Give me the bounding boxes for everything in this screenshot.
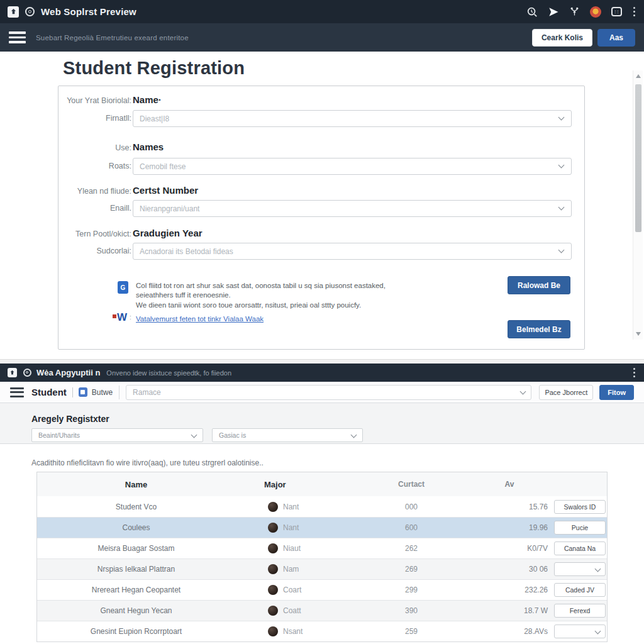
form-section-title: Certst Number (133, 185, 198, 196)
notice-line-1: Col fliitd tot ron art shur sak sast dat… (136, 281, 438, 291)
table-note: Acadithito nfieficlitavn fio wire itivro… (31, 458, 264, 467)
chevron-down-icon (351, 432, 357, 438)
chevron-down-icon (595, 566, 601, 572)
send-icon[interactable] (548, 6, 559, 18)
shield-icon: G (118, 281, 128, 294)
window1-titlebar: Web Soplrst Preview ⸬ (0, 0, 644, 23)
row-button[interactable]: Fitow (599, 385, 634, 400)
scroll-down-icon[interactable] (636, 332, 641, 336)
filter-select-1[interactable]: Beaint/Uharits (31, 428, 203, 442)
header-curtact[interactable]: Curtact (352, 480, 471, 489)
name-field[interactable] (133, 110, 572, 127)
table-row[interactable]: Gneant Hegun Yecan Coatt 390 18.7 W Fere… (37, 600, 607, 621)
form-row-label: Tern Pootl/okict: (64, 230, 131, 238)
home-icon[interactable] (8, 6, 19, 18)
secondary-action-button[interactable]: Ceark Kolis (532, 29, 592, 47)
table-row[interactable]: Meisra Buagar Sostam Niaut 262 K0/7V Can… (37, 538, 607, 558)
form-row-label: Your Yrat Bioriolal: (64, 96, 131, 105)
primary-action-button[interactable]: Aas (597, 29, 635, 47)
row-action-button[interactable]: Ferexd (554, 604, 606, 618)
table-row[interactable]: Nrereart Hegan Ceopantet Coart 299 232.2… (37, 579, 607, 600)
notice-line-3: We dieen tanii wiont soro toue arorsattr… (136, 301, 438, 310)
titlebar-actions: ⸬ (526, 6, 636, 18)
window2-subtitle: Onveno idew isixtuce spieedtk, fo fiiedo… (106, 369, 231, 377)
chevron-down-icon (191, 432, 197, 438)
window2-title: Wėa Apgyuptii n (36, 368, 100, 377)
registration-form-panel: Your Yrat Bioriolal: Name· Firnatll: Use… (58, 86, 585, 350)
table-header-row: Name Major Curtact Av (37, 472, 607, 496)
header-name[interactable]: Name (37, 480, 235, 489)
divider (119, 386, 119, 399)
filter-heading: Aregely Registxter (31, 414, 109, 424)
tabs-icon[interactable]: ⸬ (611, 7, 622, 16)
search-input[interactable] (126, 385, 531, 400)
avatar (268, 543, 278, 553)
row-action-select[interactable] (554, 562, 606, 576)
hamburger-icon[interactable] (9, 29, 26, 46)
submit-button[interactable]: Belmedel Bz (508, 320, 570, 338)
avatar (268, 585, 278, 595)
form-row-label: Use: (64, 143, 131, 152)
divider (72, 387, 73, 397)
form-field-label: Sudcorlai: (64, 247, 131, 255)
navbar-breadcrumb: Suebart Regeolià Emetrutieu exeard enter… (36, 34, 189, 42)
header-major[interactable]: Major (235, 480, 352, 489)
menu-kebab-icon[interactable] (632, 6, 636, 18)
row-action-button[interactable]: Caded JV (554, 583, 606, 597)
home-icon[interactable] (8, 368, 17, 377)
window2-titlebar: Wėa Apgyuptii n Onveno idew isixtuce spi… (0, 364, 644, 382)
red-square-icon (113, 314, 116, 318)
search-clock-icon[interactable] (526, 6, 538, 18)
form-field-label: Firnatll: (64, 114, 131, 123)
header-av[interactable]: Av (471, 480, 549, 489)
page-title: Student Registration (63, 58, 245, 79)
hamburger-icon[interactable] (10, 385, 24, 399)
notice-line-2: seieathhers tuff it erenoesnie. (136, 291, 438, 300)
table-row[interactable]: Student Vco Nant 000 15.76 Swalors ID (37, 496, 607, 517)
row-action-button[interactable]: Swalors ID (554, 500, 606, 514)
email-field[interactable] (133, 200, 572, 217)
apps-label: Butwe (92, 388, 113, 397)
filter-select-2[interactable]: Gasiac is (212, 428, 363, 442)
globe-icon (23, 369, 31, 377)
reload-button[interactable]: Ralowad Be (508, 276, 570, 294)
search-box (126, 385, 531, 400)
avatar (268, 626, 278, 636)
table-row[interactable]: Gnesint Eupion Rcorrptoart Nsant 259 28.… (37, 621, 607, 641)
form-row-label: Ylean nd fliude: (64, 187, 131, 196)
graduation-year-field[interactable] (133, 243, 572, 260)
globe-icon (25, 7, 35, 16)
form-field-label: Roats: (64, 162, 131, 170)
page-correct-button[interactable]: Pace Jborrect (539, 385, 593, 400)
menu-kebab-icon[interactable] (632, 367, 636, 379)
students-table: Name Major Curtact Av Student Vco Nant 0… (36, 472, 608, 642)
form-section-title: Name· (133, 94, 162, 105)
avatar (268, 564, 278, 574)
form-section-title: Names (133, 142, 164, 152)
chevron-down-icon (595, 628, 601, 635)
form-field-label: Enaill. (64, 204, 131, 213)
row-action-select[interactable] (554, 625, 606, 638)
apps-icon[interactable] (79, 387, 87, 397)
scroll-up-icon[interactable] (636, 74, 641, 78)
window-gap (0, 359, 644, 364)
names-field[interactable] (133, 158, 572, 175)
avatar (268, 502, 278, 512)
avatar (268, 606, 278, 616)
row-action-button[interactable]: Canata Na (554, 541, 606, 555)
scrollbar-vertical[interactable] (633, 70, 643, 340)
filter-section: Aregely Registxter Beaint/Uharits Gasiac… (0, 403, 644, 444)
notice-link[interactable]: Vatalvemurst feten tot tinkr Vialaa Waak (136, 315, 264, 323)
table-row[interactable]: Nrspias Ielkaal Plattran Nam 269 30 06 (37, 558, 607, 579)
form-section-title: Gradugien Year (133, 228, 203, 238)
window2-toolbar: Student Butwe Pace Jborrect Fitow (0, 382, 644, 403)
avatar (268, 523, 278, 533)
window1-navbar: Suebart Regeolià Emetrutieu exeard enter… (0, 23, 644, 52)
profile-avatar[interactable] (590, 6, 601, 18)
share-icon[interactable] (569, 6, 580, 17)
brand-label: Student (31, 387, 67, 397)
row-action-button[interactable]: Pucie (554, 521, 606, 535)
table-row-selected[interactable]: Coulees Nant 600 19.96 Pucie (37, 517, 607, 538)
scrollbar-thumb[interactable] (635, 84, 641, 232)
window1-title: Web Soplrst Preview (41, 6, 136, 17)
